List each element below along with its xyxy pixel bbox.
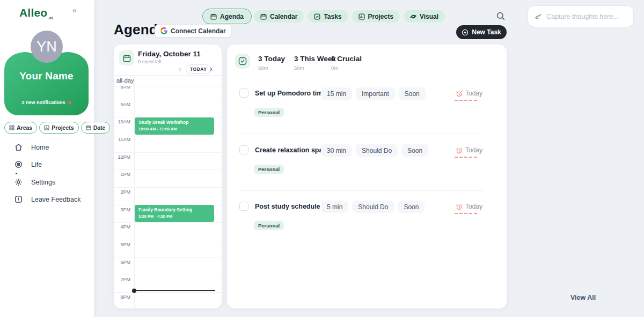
tab-label: Projects [368,13,393,20]
sidebar-tab-areas[interactable]: Areas [4,122,37,134]
sidebar-tab-label: Areas [17,124,32,131]
calendar-icon [119,50,134,65]
google-icon [160,27,167,34]
feedback-icon [14,195,23,203]
hour-row[interactable]: 5PM [114,240,222,257]
user-name: Your Name [4,70,89,82]
due-underline [455,157,477,158]
sidebar-item-home[interactable]: Home [14,143,49,151]
target-icon [14,160,23,168]
next-day-button[interactable]: › [210,64,213,73]
main-nav: Agenda Calendar Tasks Projects Visual [204,10,445,23]
tab-tasks[interactable]: Tasks [308,10,348,23]
tab-label: Visual [420,13,438,20]
hour-row[interactable]: 2PM [114,187,222,205]
urgency-chip[interactable]: Soon [399,87,426,100]
sidebar-collapse-button[interactable]: « [72,6,77,14]
all-day-row[interactable]: all-day [114,75,222,86]
avatar[interactable]: YN [31,31,63,63]
due-underline [455,100,477,101]
prev-day-button[interactable]: ‹ [179,64,181,73]
quill-icon [535,13,542,20]
sidebar-tab-label: Projects [52,124,74,131]
hour-row[interactable]: 9AM [114,100,222,117]
tab-projects[interactable]: Projects [352,10,400,23]
task-title: Set up Pomodoro timer [255,90,329,97]
task-title: Post study schedule [255,203,320,210]
sidebar-tab-projects[interactable]: Projects [39,122,78,134]
duration-chip[interactable]: 30 min [321,144,352,157]
sidebar-item-label: Settings [31,179,55,186]
priority-chip[interactable]: Important [356,87,395,100]
connect-calendar-button[interactable]: Connect Calendar [155,24,232,38]
tab-agenda[interactable]: Agenda [204,10,250,23]
due-label: Today [465,146,482,154]
priority-chip[interactable]: Should Do [356,144,398,157]
life-indicator-dot [16,173,17,174]
task-title: Create relaxation space [255,146,330,154]
due-underline [455,213,477,214]
tab-calendar[interactable]: Calendar [254,10,304,23]
sidebar-item-settings[interactable]: Settings [14,178,55,186]
calendar-event[interactable]: Family Boundary Setting 3:00 PM - 4:00 P… [135,205,214,222]
duration-chip[interactable]: 15 min [321,87,352,100]
notifications-link[interactable]: 2 new notifications [4,100,89,105]
notification-dot [68,101,71,104]
events-left-label: 0 event left [138,59,162,64]
hour-row[interactable]: 6PM [114,257,222,275]
current-time-dot [132,289,136,293]
task-checkbox[interactable] [239,89,248,98]
event-time: 10:00 AM - 11:00 AM [138,127,214,131]
sidebar-item-feedback[interactable]: Leave Feedback [14,195,80,203]
task-row: Create relaxation space 30 min Should Do… [239,143,484,191]
due-label: Today [465,90,482,97]
sidebar-item-life[interactable]: Life [14,160,42,168]
tab-label: Agenda [220,13,244,20]
urgency-chip[interactable]: Soon [401,144,428,157]
task-checkbox[interactable] [239,145,248,154]
hour-row[interactable]: 4PM [114,222,222,240]
task-chips: 15 min Important Soon [321,87,426,100]
today-button[interactable]: TODAY [186,64,211,73]
sidebar-item-label: Leave Feedback [31,196,80,203]
urgency-chip[interactable]: Soon [398,201,425,213]
gear-icon [14,178,23,186]
due-date[interactable]: Today [456,203,482,210]
view-all-link[interactable]: View All [570,294,596,301]
priority-chip[interactable]: Should Do [352,201,394,213]
areas-icon [9,125,14,130]
capture-input-box [528,5,634,27]
tab-label: Tasks [324,13,341,20]
due-date[interactable]: Today [456,90,482,97]
hour-row[interactable]: 8PM [114,292,222,308]
hour-row[interactable]: 11AM [114,135,222,152]
personal-tag: Personal [254,108,284,117]
check-square-icon [314,13,320,20]
hour-row[interactable]: 12PM [114,152,222,170]
task-row: Post study schedule 5 min Should Do Soon… [239,199,484,247]
search-icon[interactable] [496,11,507,22]
tab-visual[interactable]: Visual [404,10,445,23]
hour-row[interactable]: 1PM [114,169,222,187]
due-date[interactable]: Today [456,146,482,154]
sidebar: Alleo.ai « YN Your Name 2 new notificati… [0,0,94,317]
sidebar-tab-label: Date [93,124,106,131]
alarm-icon [456,203,463,210]
duration-chip[interactable]: 5 min [321,201,348,213]
app-logo: Alleo.ai [19,6,53,20]
plus-circle-icon [462,29,469,36]
current-time-indicator [134,290,215,291]
new-task-button[interactable]: New Task [456,25,507,39]
stat-crucial: 0 Crucial 0m [331,55,362,71]
event-title: Study Break Workshop [138,120,214,125]
task-checkbox[interactable] [239,202,248,211]
chart-icon [358,13,365,20]
calendar-event[interactable]: Study Break Workshop 10:00 AM - 11:00 AM [135,117,214,135]
task-row: Set up Pomodoro timer 15 min Important S… [239,86,484,134]
task-chips: 30 min Should Do Soon [321,144,428,157]
sidebar-tab-date[interactable]: Date [81,122,111,134]
calendar-icon [86,125,91,130]
capture-input[interactable] [546,13,633,20]
chart-icon [44,125,49,130]
grid-divider [134,76,135,86]
